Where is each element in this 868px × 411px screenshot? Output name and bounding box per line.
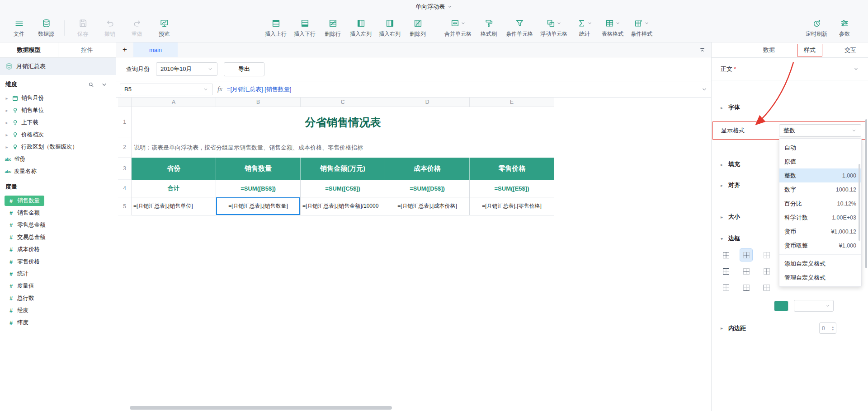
sheet-title-cell[interactable]: 分省销售情况表 (132, 107, 554, 137)
toolbar-button[interactable]: 插入右列 (376, 18, 403, 38)
measure-item[interactable]: # 交易总金额 (0, 231, 116, 243)
tab-main[interactable]: main (133, 42, 178, 57)
toolbar-button[interactable]: 保存 (70, 18, 95, 38)
border-style-button[interactable] (740, 281, 752, 294)
rownum-5[interactable]: 5 (118, 197, 132, 215)
measure-item[interactable]: # 总行数 (0, 292, 116, 304)
toolbar-button[interactable]: 条件单元格 (503, 18, 536, 38)
formula-expand-icon[interactable] (701, 86, 708, 93)
toolbar-button[interactable]: 重做 (124, 18, 150, 38)
expand-arrow-icon[interactable]: ▸ (5, 96, 9, 101)
formula-cell-e5[interactable]: =[月销汇总表].[零售价格] (470, 197, 554, 215)
section-font[interactable]: ▸ 字体 (712, 101, 868, 114)
toolbar-button[interactable]: 撤销 (97, 18, 123, 38)
measure-item[interactable]: # 纬度 (0, 317, 116, 329)
dimension-item[interactable]: ▸ abc 省份 (0, 153, 116, 165)
sidebar-tab[interactable]: 数据模型 (0, 42, 58, 57)
sidebar-tab[interactable]: 控件 (58, 42, 116, 57)
border-style-button[interactable] (720, 265, 732, 277)
sum-cell[interactable]: =SUM([C5$]) (301, 180, 385, 197)
toolbar-button[interactable]: 插入上行 (262, 18, 289, 38)
sum-cell[interactable]: =SUM([E5$]) (470, 180, 554, 197)
doc-title[interactable]: 单向浮动表 (415, 3, 445, 11)
border-style-button[interactable] (720, 249, 732, 261)
toolbar-button[interactable]: 浮动单元格 (538, 18, 570, 38)
expand-arrow-icon[interactable]: ▸ (5, 132, 9, 137)
dimension-item[interactable]: ▸ 销售月份 (0, 92, 116, 104)
menu-scrollbar-thumb[interactable] (859, 164, 860, 241)
dimension-item[interactable]: ▸ 销售单位 (0, 104, 116, 117)
toolbar-button[interactable]: 表格格式 (599, 18, 626, 38)
section-collapse-icon[interactable] (853, 66, 859, 72)
measure-item[interactable]: # 销售金额 (0, 207, 116, 219)
border-style-button[interactable] (720, 281, 732, 294)
add-tab-button[interactable]: + (116, 42, 133, 57)
toolbar-button[interactable]: 删除行 (320, 18, 345, 38)
header-cell[interactable]: 销售数量 (216, 158, 301, 180)
format-menu-item[interactable]: 整数 1,000 (779, 168, 861, 182)
doc-title-chevron-icon[interactable] (447, 4, 453, 9)
header-cell[interactable]: 成本价格 (385, 158, 470, 180)
sum-cell[interactable]: =SUM([D5$]) (385, 180, 470, 197)
format-menu-item[interactable]: 原值 (779, 154, 861, 168)
toolbar-button[interactable]: 数据源 (33, 18, 59, 38)
toolbar-button[interactable]: 插入左列 (347, 18, 374, 38)
colhead-b[interactable]: B (216, 98, 301, 107)
display-format-select[interactable]: 整数 (779, 124, 861, 137)
border-color-swatch[interactable] (774, 301, 788, 311)
format-menu-item[interactable]: 添加自定义格式 (779, 257, 861, 271)
formula-input[interactable]: =[月销汇总表].[销售数量] (227, 85, 292, 93)
dimension-item[interactable]: ▸ abc 度量名称 (0, 165, 116, 177)
border-style-button[interactable] (760, 265, 773, 277)
search-icon[interactable] (88, 81, 94, 88)
formula-cell-a5[interactable]: =[月销汇总表].[销售单位] (132, 197, 216, 215)
cell-ref-select[interactable]: B5 (120, 84, 213, 95)
colhead-a[interactable]: A (132, 98, 216, 107)
horizontal-scrollbar-thumb[interactable] (130, 406, 392, 410)
toolbar-button[interactable]: 预览 (151, 18, 177, 38)
toolbar-button[interactable]: 删除列 (405, 18, 430, 38)
panel-tab[interactable]: 样式 (797, 44, 822, 56)
toolbar-button[interactable]: 格式刷 (476, 18, 501, 38)
formula-cell-d5[interactable]: =[月销汇总表].[成本价格] (385, 197, 470, 215)
toolbar-button[interactable]: 定时刷新 (803, 18, 830, 38)
format-menu-item[interactable]: 自动 (779, 140, 861, 154)
format-menu-item[interactable]: 百分比 10.12% (779, 196, 861, 210)
toolbar-button[interactable]: 文件 (6, 18, 32, 38)
collapse-panel-button[interactable] (693, 42, 711, 57)
dimension-item[interactable]: ▸ 价格档次 (0, 129, 116, 141)
measure-item[interactable]: # 统计 (0, 268, 116, 280)
format-menu-item[interactable]: 科学计数 1.00E+03 (779, 210, 861, 224)
rownum-3[interactable]: 3 (118, 158, 132, 180)
sheet-corner[interactable] (118, 98, 132, 107)
border-line-select[interactable] (794, 300, 834, 312)
panel-scrollbar-thumb[interactable] (865, 119, 867, 268)
toolbar-button[interactable]: 合并单元格 (442, 18, 474, 38)
colhead-e[interactable]: E (470, 98, 554, 107)
toolbar-button[interactable]: 条件样式 (628, 18, 655, 38)
rownum-4[interactable]: 4 (118, 180, 132, 197)
expand-arrow-icon[interactable]: ▸ (5, 120, 9, 125)
formula-cell-b5-selected[interactable]: =[月销汇总表].[销售数量] (216, 197, 301, 215)
border-style-button[interactable] (760, 249, 773, 261)
sum-cell[interactable]: 合计 (132, 180, 216, 197)
measure-item[interactable]: # 销售数量 (0, 195, 116, 207)
expand-arrow-icon[interactable]: ▸ (5, 145, 9, 149)
rownum-2[interactable]: 2 (118, 137, 132, 158)
toolbar-button[interactable]: 插入下行 (291, 18, 318, 38)
toolbar-button[interactable]: 参数 (832, 18, 857, 38)
dimension-item[interactable]: ▸ 行政区划（数据级次） (0, 141, 116, 153)
datasource-item[interactable]: 月销汇总表 (0, 58, 116, 75)
stepper-down-icon[interactable]: ▾ (832, 328, 834, 331)
padding-stepper[interactable]: 0 ▴▾ (819, 322, 836, 334)
expand-arrow-icon[interactable]: ▸ (5, 108, 9, 113)
panel-tab[interactable]: 交互 (844, 44, 857, 56)
measure-item[interactable]: # 零售价格 (0, 256, 116, 268)
format-menu-item[interactable]: 货币取整 ¥1,000 (779, 238, 861, 252)
measure-item[interactable]: # 度量值 (0, 280, 116, 292)
toolbar-button[interactable]: 统计 (572, 18, 597, 38)
format-menu-item[interactable]: 货币 ¥1,000.12 (779, 224, 861, 238)
format-menu-item[interactable]: 管理自定义格式 (779, 271, 861, 285)
border-style-button[interactable] (740, 265, 752, 277)
formula-cell-c5[interactable]: =[月销汇总表].[销售金额]/10000 (301, 197, 385, 215)
